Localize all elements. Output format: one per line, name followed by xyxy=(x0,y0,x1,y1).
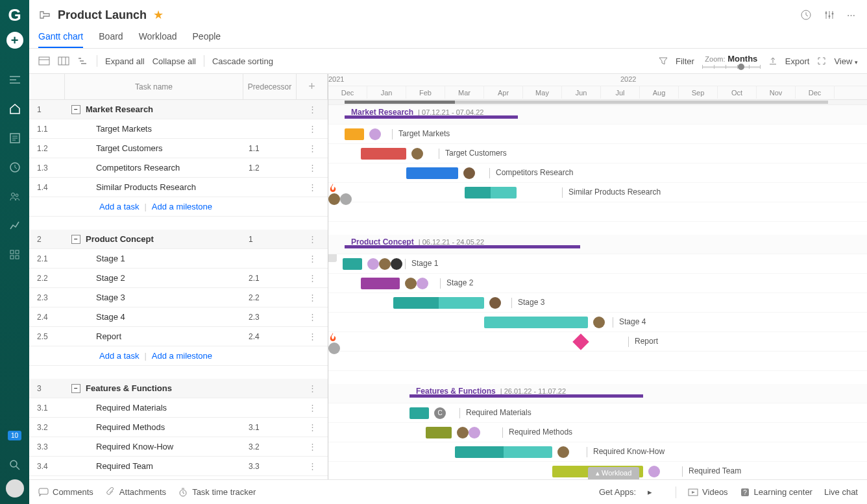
collapse-toggle[interactable]: − xyxy=(71,105,80,114)
apps-icon[interactable] xyxy=(0,240,29,269)
view-button[interactable]: View ▾ xyxy=(834,56,858,66)
row-menu[interactable]: ⋮ xyxy=(297,254,328,263)
group-bar[interactable] xyxy=(345,115,518,119)
add-milestone-link[interactable]: Add a milestone xyxy=(152,351,212,361)
cascade-sort-button[interactable]: Cascade sorting xyxy=(212,56,273,66)
tab-workload[interactable]: Workload xyxy=(139,26,177,48)
task-bar[interactable] xyxy=(361,278,400,289)
svg-rect-13 xyxy=(39,57,49,65)
time-icon[interactable] xyxy=(0,152,29,182)
row-menu[interactable]: ⋮ xyxy=(297,104,328,114)
col-task-name[interactable]: Task name xyxy=(65,74,243,99)
tab-people[interactable]: People xyxy=(193,26,221,48)
task-row[interactable]: 1.1Target Markets⋮ xyxy=(29,119,328,139)
add-milestone-link[interactable]: Add a milestone xyxy=(152,202,212,211)
export-button[interactable]: Export xyxy=(785,56,810,66)
row-menu[interactable]: ⋮ xyxy=(297,124,328,134)
task-bar[interactable] xyxy=(406,167,458,179)
more-icon[interactable]: ⋯ xyxy=(844,8,858,23)
filter-button[interactable]: Filter xyxy=(676,56,694,66)
add-task-link[interactable]: Add a task xyxy=(99,351,139,361)
live-chat-button[interactable]: Live chat xyxy=(824,487,858,497)
home-icon[interactable] xyxy=(0,94,29,123)
fit-icon[interactable] xyxy=(817,56,826,66)
year-label: 2021 xyxy=(328,75,344,83)
task-bar[interactable] xyxy=(361,148,406,160)
tab-board[interactable]: Board xyxy=(99,26,123,48)
collapse-all-button[interactable]: Collapse all xyxy=(153,56,196,66)
zoom-slider[interactable] xyxy=(702,66,761,68)
timeline-scrollbar[interactable] xyxy=(328,100,867,105)
add-column-button[interactable]: + xyxy=(297,74,328,99)
user-avatar[interactable] xyxy=(6,479,24,498)
task-row[interactable]: 3.3Required Know-How3.2⋮ xyxy=(29,437,328,457)
indent-icon[interactable] xyxy=(77,56,89,66)
notification-badge[interactable]: 10 xyxy=(8,431,21,440)
task-row[interactable]: 2.4Stage 42.3⋮ xyxy=(29,307,328,327)
time-tracker-button[interactable]: Task time tracker xyxy=(178,487,256,498)
row-menu[interactable]: ⋮ xyxy=(297,461,328,471)
search-icon[interactable] xyxy=(0,450,29,479)
group-bar[interactable] xyxy=(345,245,580,248)
add-task-link[interactable]: Add a task xyxy=(99,202,139,211)
workload-toggle[interactable]: ▴ Workload xyxy=(588,467,639,479)
add-button[interactable]: + xyxy=(6,32,23,49)
task-row[interactable]: 1.3Competitors Research1.2⋮ xyxy=(29,158,328,178)
task-row[interactable]: 1.2Target Customers1.1⋮ xyxy=(29,139,328,158)
task-bar[interactable] xyxy=(426,427,452,438)
tasks-icon[interactable] xyxy=(0,123,29,152)
settings-icon[interactable] xyxy=(821,6,838,23)
group-row[interactable]: 3−Features & Functions⋮ xyxy=(29,379,328,398)
task-bar[interactable] xyxy=(465,187,517,198)
task-bar[interactable] xyxy=(345,128,364,140)
group-bar[interactable] xyxy=(409,394,643,398)
col-predecessor[interactable]: Predecessor xyxy=(243,74,297,99)
collapse-toggle[interactable]: − xyxy=(71,384,80,393)
task-bar[interactable] xyxy=(455,446,552,458)
task-row[interactable]: 2.1Stage 1⋮ xyxy=(29,249,328,269)
row-menu[interactable]: ⋮ xyxy=(297,403,328,413)
attachments-button[interactable]: Attachments xyxy=(105,487,166,498)
chart-task-row: Stage 3 xyxy=(328,293,867,313)
milestone-marker[interactable] xyxy=(572,333,589,350)
comments-button[interactable]: Comments xyxy=(38,487,93,498)
task-row[interactable]: 2.5Report2.4⋮ xyxy=(29,327,328,346)
row-menu[interactable]: ⋮ xyxy=(297,234,328,244)
task-bar[interactable] xyxy=(343,258,362,270)
task-row[interactable]: 2.2Stage 22.1⋮ xyxy=(29,269,328,288)
row-menu[interactable]: ⋮ xyxy=(297,163,328,173)
menu-icon[interactable] xyxy=(0,65,29,94)
favorite-star-icon[interactable]: ★ xyxy=(153,8,164,22)
reports-icon[interactable] xyxy=(0,211,29,240)
android-icon[interactable]: ▸ xyxy=(648,487,652,497)
task-row[interactable]: 3.2Required Methods3.1⋮ xyxy=(29,418,328,437)
row-menu[interactable]: ⋮ xyxy=(297,273,328,283)
task-row[interactable]: 3.4Required Team3.3⋮ xyxy=(29,457,328,476)
row-menu[interactable]: ⋮ xyxy=(297,442,328,451)
task-bar[interactable] xyxy=(409,407,429,419)
expand-all-button[interactable]: Expand all xyxy=(105,56,145,66)
tab-gantt[interactable]: Gantt chart xyxy=(38,26,83,48)
collapse-toggle[interactable]: − xyxy=(71,235,80,244)
task-bar[interactable] xyxy=(484,317,588,328)
row-menu[interactable]: ⋮ xyxy=(297,422,328,432)
task-row[interactable]: 1.4Similar Products Research⋮ xyxy=(29,178,328,197)
task-row[interactable]: 3.1Required Materials⋮ xyxy=(29,398,328,418)
view-mode-icon[interactable] xyxy=(38,56,50,66)
videos-button[interactable]: Videos xyxy=(688,487,728,498)
team-icon[interactable] xyxy=(0,182,29,211)
row-menu[interactable]: ⋮ xyxy=(297,293,328,302)
learning-button[interactable]: ?Learning center xyxy=(740,487,812,498)
export-icon xyxy=(768,56,777,66)
group-row[interactable]: 2−Product Concept1⋮ xyxy=(29,230,328,249)
task-bar[interactable] xyxy=(393,297,484,309)
group-row[interactable]: 1−Market Research⋮ xyxy=(29,100,328,119)
row-menu[interactable]: ⋮ xyxy=(297,383,328,393)
row-menu[interactable]: ⋮ xyxy=(297,312,328,322)
row-menu[interactable]: ⋮ xyxy=(297,143,328,153)
history-icon[interactable] xyxy=(798,6,814,23)
row-menu[interactable]: ⋮ xyxy=(297,331,328,341)
task-row[interactable]: 2.3Stage 32.2⋮ xyxy=(29,288,328,307)
row-menu[interactable]: ⋮ xyxy=(297,182,328,192)
columns-icon[interactable] xyxy=(58,56,69,66)
